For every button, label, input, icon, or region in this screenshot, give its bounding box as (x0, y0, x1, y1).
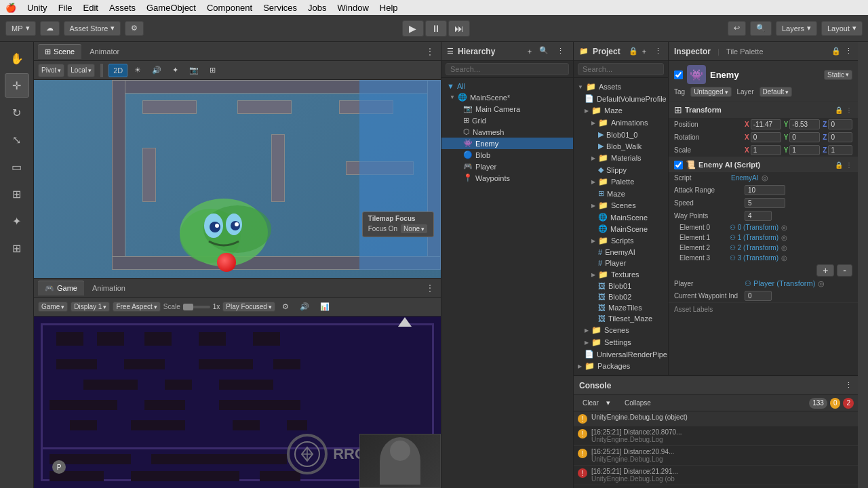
tab-game[interactable]: 🎮 Game (38, 281, 84, 296)
menu-assets[interactable]: Assets (109, 3, 136, 13)
apple-icon[interactable]: 🍎 (5, 3, 16, 13)
step-button[interactable]: ⏭ (448, 20, 470, 37)
hier-item-waypoints[interactable]: 📍 Waypoints (441, 172, 573, 184)
asset-store-button[interactable]: Asset Store ▾ (64, 21, 121, 36)
custom-tool[interactable]: ✦ (5, 209, 29, 233)
tab-animator[interactable]: Animator (83, 44, 126, 59)
console-row-first[interactable]: ! UnityEngine.Debug.Log (object) (574, 411, 858, 426)
waypoints-count-input[interactable] (745, 211, 772, 221)
current-wp-input[interactable] (745, 291, 772, 301)
proj-enemyai[interactable]: # EnemyAI (574, 247, 668, 258)
proj-packages[interactable]: ▶ 📁 Packages (574, 360, 668, 372)
aspect-dropdown[interactable]: Free Aspect (113, 302, 160, 312)
proj-scenes-top[interactable]: ▶ 📁 Scenes (574, 324, 668, 336)
transform-header[interactable]: ⊞ Transform 🔒 ⋮ (669, 102, 858, 118)
proj-maze[interactable]: ▶ 📁 Maze (574, 104, 668, 117)
project-lock[interactable]: 🔒 (629, 47, 638, 56)
hierarchy-add-button[interactable]: + (524, 46, 535, 57)
proj-default-volume[interactable]: 📄 DefaultVolumeProfile (574, 93, 668, 104)
proj-palette[interactable]: ▶ 📁 Palette (574, 176, 668, 188)
tile-palette-tab[interactable]: Tile Palette (726, 47, 764, 56)
proj-materials[interactable]: ▶ 📁 Materials (574, 152, 668, 164)
move-tool[interactable]: ✛ (5, 73, 29, 98)
element-0-target[interactable]: ◎ (781, 224, 787, 231)
hierarchy-menu[interactable]: ⋮ (557, 47, 568, 56)
hier-item-navmesh[interactable]: ⬡ Navmesh (441, 126, 573, 138)
search-button[interactable]: 🔍 (750, 21, 772, 36)
enemy-ai-active[interactable] (674, 161, 683, 169)
tab-scene[interactable]: ⊞ Scene (38, 44, 81, 59)
pos-x-input[interactable] (751, 119, 781, 129)
scale-y-input[interactable] (789, 145, 820, 155)
rot-z-input[interactable] (828, 132, 852, 142)
proj-settings[interactable]: ▶ 📁 Settings (574, 336, 668, 348)
obj-active-checkbox[interactable] (674, 70, 683, 79)
menu-gameobject[interactable]: GameObject (146, 3, 196, 13)
scale-slider[interactable] (183, 306, 210, 308)
proj-textures[interactable]: ▶ 📁 Textures (574, 268, 668, 281)
scene-light-toggle[interactable]: ☀ (130, 64, 145, 77)
transform-lock[interactable]: 🔒 (835, 106, 843, 114)
proj-slippy[interactable]: ◆ Slippy (574, 164, 668, 176)
attack-range-input[interactable] (745, 185, 785, 195)
layout-dropdown[interactable]: Layout ▾ (821, 21, 863, 36)
inspector-menu[interactable]: ⋮ (845, 47, 852, 56)
play-button[interactable]: ▶ (402, 20, 424, 37)
console-row-1[interactable]: ! [16:25:21] Distance:20.8070... UnityEn… (574, 426, 858, 446)
hier-item-mainscene[interactable]: ▼ 🌐 MainScene* (441, 92, 573, 103)
menu-jobs[interactable]: Jobs (308, 3, 326, 13)
console-row-2[interactable]: ! [16:25:21] Distance:20.94... UnityEngi… (574, 446, 858, 466)
scene-audio-toggle[interactable]: 🔊 (148, 64, 165, 77)
scene-gizmos-toggle[interactable]: ⊞ (205, 64, 220, 77)
scale-tool[interactable]: ⤡ (5, 127, 29, 152)
game-view[interactable]: P RRCG 人人素材 (34, 317, 441, 488)
scene-fx-toggle[interactable]: ✦ (168, 64, 182, 77)
game-panel-menu[interactable]: ⋮ (423, 281, 437, 295)
console-clear-dropdown[interactable]: ▾ (606, 399, 617, 407)
remove-element-btn[interactable]: - (837, 264, 852, 277)
hier-item-all[interactable]: ▼ All (441, 81, 573, 92)
local-dropdown[interactable]: Local (67, 64, 95, 77)
hierarchy-search[interactable]: 🔍 (539, 46, 553, 57)
pos-z-input[interactable] (828, 119, 852, 129)
proj-maze-palette[interactable]: ⊞ Maze (574, 188, 668, 199)
undo-button[interactable]: ↩ (728, 21, 746, 36)
pos-y-input[interactable] (789, 119, 820, 129)
menu-help[interactable]: Help (380, 3, 398, 13)
hier-item-grid[interactable]: ⊞ Grid (441, 115, 573, 126)
element-1-target[interactable]: ◎ (781, 234, 787, 241)
rotate-tool[interactable]: ↻ (5, 100, 29, 125)
inspector-lock[interactable]: 🔒 (831, 47, 841, 56)
hand-tool[interactable]: ✋ (5, 46, 29, 70)
rect-tool[interactable]: ▭ (5, 155, 29, 179)
project-add[interactable]: + (642, 47, 650, 56)
proj-tileset-maze[interactable]: 🖼 Tileset_Maze (574, 313, 668, 324)
enemy-ai-header[interactable]: 📜 Enemy AI (Script) 🔒 ⋮ (669, 157, 858, 172)
mp-button[interactable]: MP ▾ (5, 21, 36, 36)
tab-animation[interactable]: Animation (85, 281, 132, 296)
rot-x-input[interactable] (751, 132, 781, 142)
render-mode-2d[interactable]: 2D (108, 64, 127, 77)
grid-tool[interactable]: ⊞ (5, 236, 29, 260)
proj-animations[interactable]: ▶ 📁 Animations (574, 117, 668, 129)
proj-blob01[interactable]: 🖼 Blob01 (574, 281, 668, 291)
menu-services[interactable]: Services (263, 3, 297, 13)
proj-assets[interactable]: ▼ 📁 Assets (574, 81, 668, 93)
scale-z-input[interactable] (828, 145, 852, 155)
proj-blob-walk[interactable]: ▶ Blob_Walk (574, 140, 668, 152)
proj-mazetiles[interactable]: 🖼 MazeTiles (574, 302, 668, 313)
project-menu[interactable]: ⋮ (654, 47, 663, 56)
console-menu[interactable]: ⋮ (845, 381, 852, 390)
game-mute[interactable]: 🔊 (296, 300, 313, 314)
player-comp-target[interactable]: ◎ (818, 279, 825, 288)
menu-file[interactable]: File (58, 3, 73, 13)
collab-button[interactable]: ☁ (40, 21, 60, 36)
hier-item-maincamera[interactable]: 📷 Main Camera (441, 103, 573, 115)
proj-blob01-0[interactable]: ▶ Blob01_0 (574, 129, 668, 140)
proj-scripts[interactable]: ▶ 📁 Scripts (574, 235, 668, 247)
focus-none-dropdown[interactable]: None (400, 224, 428, 234)
proj-universal-render[interactable]: 📄 UniversalRenderPipe (574, 348, 668, 360)
layer-dropdown[interactable]: Default (760, 87, 793, 97)
game-view-dropdown[interactable]: Game (38, 302, 68, 312)
tag-dropdown[interactable]: Untagged (690, 87, 731, 97)
